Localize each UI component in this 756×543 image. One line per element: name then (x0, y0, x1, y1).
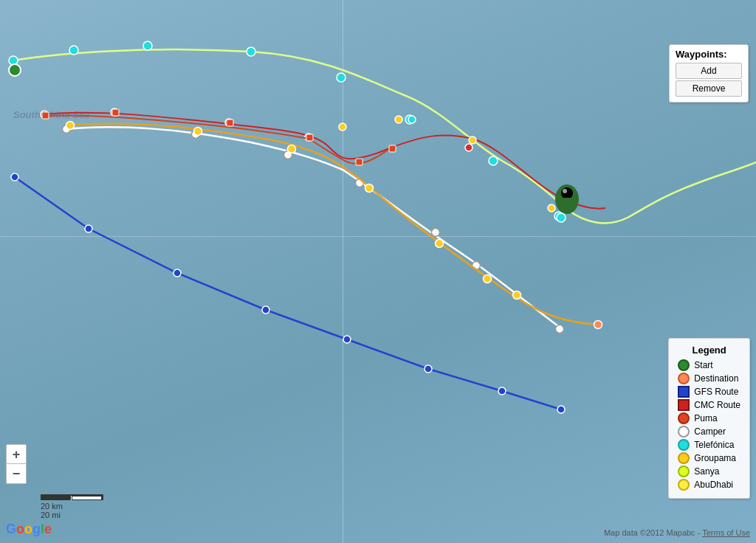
destination-icon (678, 373, 690, 384)
remove-waypoint-button[interactable]: Remove (676, 80, 742, 97)
scale-mi: 20 mi (41, 511, 103, 519)
map-container[interactable]: South China Sea (0, 0, 756, 543)
zoom-in-button[interactable]: + (7, 445, 26, 464)
legend-label-groupama: Groupama (694, 453, 736, 463)
map-attribution: Map data ©2012 Mapabc - Terms of Use (604, 528, 750, 537)
cmc-route-icon (678, 399, 690, 411)
scale-bar: 20 km 20 mi (41, 494, 103, 519)
waypoints-title: Waypoints: (676, 49, 742, 60)
abudhabi-icon (678, 479, 690, 491)
legend-label-abudhabi: AbuDhabi (694, 480, 733, 490)
waypoints-panel: Waypoints: Add Remove (669, 44, 749, 103)
legend-panel: Legend Start Destination GFS Route CMC R… (668, 338, 750, 499)
legend-item-start: Start (678, 359, 740, 371)
legend-label-gfs: GFS Route (694, 387, 738, 397)
google-e: e (44, 522, 52, 536)
add-waypoint-button[interactable]: Add (676, 63, 742, 79)
vertical-gridline (343, 0, 343, 543)
camper-icon (678, 426, 690, 437)
legend-item-puma: Puma (678, 412, 740, 424)
zoom-out-button[interactable]: − (7, 464, 26, 483)
google-o2: o (24, 522, 32, 536)
scale-km: 20 km (41, 502, 103, 511)
legend-item-camper: Camper (678, 426, 740, 437)
google-o1: o (16, 522, 24, 536)
horizontal-gridline (0, 236, 756, 237)
legend-label-camper: Camper (694, 426, 726, 437)
sanya-icon (678, 466, 690, 477)
legend-label-sanya: Sanya (694, 466, 719, 477)
legend-item-gfs: GFS Route (678, 386, 740, 398)
groupama-icon (678, 452, 690, 464)
legend-label-destination: Destination (694, 373, 738, 384)
legend-label-cmc: CMC Route (694, 400, 740, 410)
sea-label: South China Sea (13, 109, 89, 122)
terms-of-use-link[interactable]: Terms of Use (702, 528, 750, 537)
legend-label-puma: Puma (694, 413, 717, 423)
map-background (0, 0, 756, 543)
attribution-text: Map data ©2012 Mapabc - (604, 528, 702, 537)
legend-item-telefonica: Telefónica (678, 439, 740, 451)
legend-title: Legend (678, 345, 740, 356)
legend-item-groupama: Groupama (678, 452, 740, 464)
legend-item-sanya: Sanya (678, 466, 740, 477)
legend-item-destination: Destination (678, 373, 740, 384)
telefonica-icon (678, 439, 690, 451)
google-g1: G (6, 522, 16, 536)
legend-item-abudhabi: AbuDhabi (678, 479, 740, 491)
puma-icon (678, 412, 690, 424)
zoom-controls: + − (6, 444, 27, 484)
gfs-route-icon (678, 386, 690, 398)
legend-label-start: Start (694, 360, 712, 370)
legend-item-cmc: CMC Route (678, 399, 740, 411)
legend-label-telefonica: Telefónica (694, 440, 734, 450)
google-logo: Google (6, 522, 52, 537)
start-icon (678, 359, 690, 371)
google-g2: g (32, 522, 41, 536)
